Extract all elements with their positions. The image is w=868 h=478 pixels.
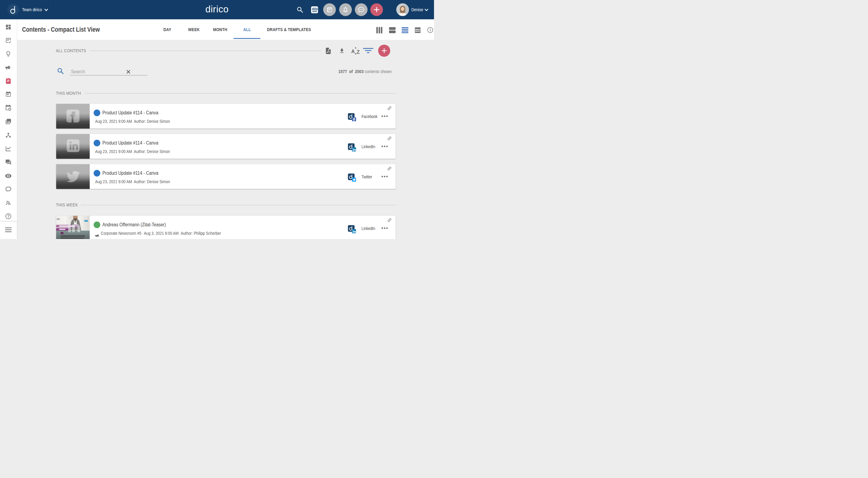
svg-text:Z: Z (357, 49, 360, 55)
svg-text:A: A (351, 49, 355, 54)
